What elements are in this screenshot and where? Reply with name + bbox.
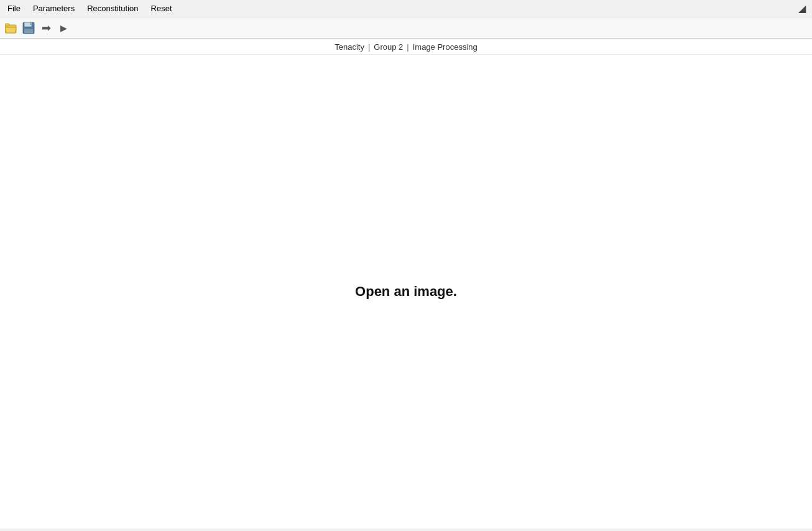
svg-rect-5	[24, 29, 33, 33]
menu-file[interactable]: File	[2, 2, 25, 15]
breadcrumb-sep1: |	[368, 42, 370, 52]
empty-state-label: Open an image.	[355, 284, 457, 300]
toolbar: ➡ ▶	[0, 17, 812, 39]
main-content: Open an image.	[0, 55, 812, 529]
svg-rect-1	[5, 24, 9, 26]
open-folder-icon	[5, 22, 17, 34]
arrow-right-icon: ➡	[42, 22, 51, 34]
save-icon	[22, 22, 35, 34]
breadcrumb-sep2: |	[407, 42, 408, 52]
menu-parameters[interactable]: Parameters	[28, 2, 80, 15]
breadcrumb-image-processing: Image Processing	[413, 42, 478, 52]
breadcrumb-tenacity: Tenacity	[334, 42, 364, 52]
breadcrumb-group2: Group 2	[374, 42, 403, 52]
menu-reset[interactable]: Reset	[146, 2, 177, 15]
open-button[interactable]	[4, 21, 19, 35]
svg-rect-4	[30, 22, 32, 25]
menu-reconstitution[interactable]: Reconstitution	[82, 2, 143, 15]
play-icon: ▶	[60, 24, 67, 32]
menu-bar: File Parameters Reconstitution Reset ◢	[0, 0, 812, 17]
save-button[interactable]	[21, 21, 36, 35]
forward-button[interactable]: ➡	[39, 21, 53, 35]
breadcrumb: Tenacity | Group 2 | Image Processing	[0, 39, 812, 55]
collapse-icon[interactable]: ◢	[795, 0, 810, 17]
play-button[interactable]: ▶	[56, 21, 71, 35]
